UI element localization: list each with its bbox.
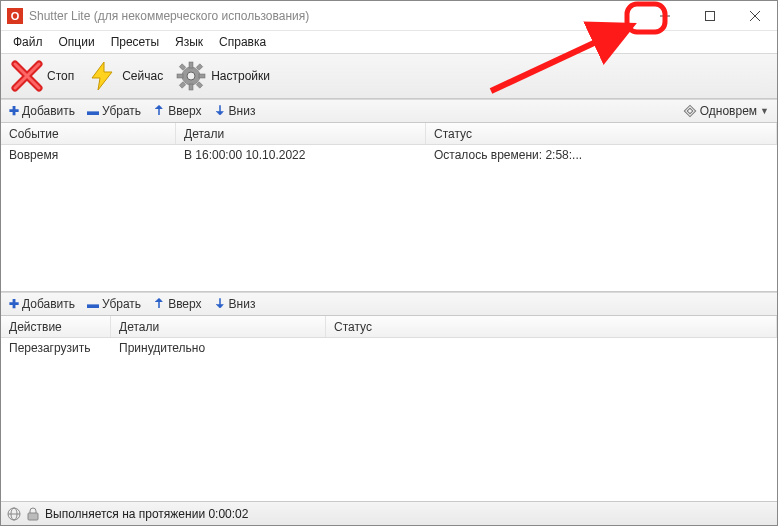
svg-rect-20 — [687, 108, 693, 114]
minimize-button[interactable] — [642, 1, 687, 30]
events-panel: Событие Детали Статус Вовремя В 16:00:00… — [1, 123, 777, 291]
actions-down-label: Вниз — [229, 297, 256, 311]
events-subbar: ✚Добавить ▬Убрать 🠅Вверх 🠇Вниз Одноврем … — [1, 99, 777, 123]
settings-label: Настройки — [211, 69, 270, 83]
events-cell-status: Осталось времени: 2:58:... — [426, 148, 777, 162]
actions-row[interactable]: Перезагрузить Принудительно — [1, 338, 777, 358]
actions-subbar: ✚Добавить ▬Убрать 🠅Вверх 🠇Вниз — [1, 292, 777, 316]
svg-rect-19 — [684, 105, 695, 116]
svg-rect-24 — [28, 513, 38, 520]
diamond-icon — [683, 104, 697, 118]
menu-language[interactable]: Язык — [167, 33, 211, 51]
status-text: Выполняется на протяжении 0:00:02 — [45, 507, 248, 521]
arrow-down-icon: 🠇 — [214, 297, 226, 311]
minus-icon: ▬ — [87, 104, 99, 118]
actions-headers: Действие Детали Статус — [1, 316, 777, 338]
plus-icon: ✚ — [9, 297, 19, 311]
chevron-down-icon: ▼ — [760, 106, 769, 116]
actions-header-details[interactable]: Детали — [111, 316, 326, 337]
menu-options[interactable]: Опции — [51, 33, 103, 51]
events-headers: Событие Детали Статус — [1, 123, 777, 145]
close-icon — [750, 11, 760, 21]
events-up-label: Вверх — [168, 104, 201, 118]
svg-marker-8 — [92, 62, 112, 90]
menu-bar: Файл Опции Пресеты Язык Справка — [1, 31, 777, 53]
svg-rect-10 — [189, 62, 193, 68]
events-remove-label: Убрать — [102, 104, 141, 118]
menu-file[interactable]: Файл — [5, 33, 51, 51]
plus-icon: ✚ — [9, 104, 19, 118]
window-title: Shutter Lite (для некоммерческого исполь… — [29, 9, 309, 23]
arrow-down-icon: 🠇 — [214, 104, 226, 118]
actions-add-button[interactable]: ✚Добавить — [5, 296, 79, 312]
app-icon: O — [7, 8, 23, 24]
events-header-event[interactable]: Событие — [1, 123, 176, 144]
gear-icon — [175, 60, 207, 92]
svg-point-18 — [187, 72, 195, 80]
stop-icon — [11, 60, 43, 92]
app-icon-glyph: O — [11, 10, 20, 22]
mode-label: Одноврем — [700, 104, 757, 118]
window-controls — [642, 1, 777, 30]
minus-icon: ▬ — [87, 297, 99, 311]
arrow-up-icon: 🠅 — [153, 104, 165, 118]
actions-header-action[interactable]: Действие — [1, 316, 111, 337]
mode-dropdown[interactable]: Одноврем ▼ — [679, 103, 773, 119]
globe-icon — [7, 507, 21, 521]
maximize-icon — [705, 11, 715, 21]
events-header-details[interactable]: Детали — [176, 123, 426, 144]
lightning-icon — [86, 60, 118, 92]
stop-button[interactable]: Стоп — [5, 56, 80, 96]
svg-rect-1 — [705, 11, 714, 20]
events-add-button[interactable]: ✚Добавить — [5, 103, 79, 119]
actions-up-label: Вверх — [168, 297, 201, 311]
actions-remove-label: Убрать — [102, 297, 141, 311]
actions-header-status[interactable]: Статус — [326, 316, 777, 337]
actions-panel: Действие Детали Статус Перезагрузить При… — [1, 316, 777, 476]
actions-up-button[interactable]: 🠅Вверх — [149, 296, 205, 312]
maximize-button[interactable] — [687, 1, 732, 30]
actions-add-label: Добавить — [22, 297, 75, 311]
actions-remove-button[interactable]: ▬Убрать — [83, 296, 145, 312]
events-header-status[interactable]: Статус — [426, 123, 777, 144]
events-down-button[interactable]: 🠇Вниз — [210, 103, 260, 119]
events-row[interactable]: Вовремя В 16:00:00 10.10.2022 Осталось в… — [1, 145, 777, 165]
events-remove-button[interactable]: ▬Убрать — [83, 103, 145, 119]
events-up-button[interactable]: 🠅Вверх — [149, 103, 205, 119]
status-bar: Выполняется на протяжении 0:00:02 — [1, 501, 777, 525]
actions-cell-details: Принудительно — [111, 341, 326, 355]
now-label: Сейчас — [122, 69, 163, 83]
close-button[interactable] — [732, 1, 777, 30]
events-cell-details: В 16:00:00 10.10.2022 — [176, 148, 426, 162]
minimize-icon — [660, 11, 670, 21]
menu-help[interactable]: Справка — [211, 33, 274, 51]
arrow-up-icon: 🠅 — [153, 297, 165, 311]
svg-rect-12 — [177, 74, 183, 78]
stop-label: Стоп — [47, 69, 74, 83]
svg-rect-13 — [199, 74, 205, 78]
events-add-label: Добавить — [22, 104, 75, 118]
svg-rect-11 — [189, 84, 193, 90]
lock-icon — [27, 507, 39, 521]
menu-presets[interactable]: Пресеты — [103, 33, 167, 51]
events-down-label: Вниз — [229, 104, 256, 118]
title-bar: O Shutter Lite (для некоммерческого испо… — [1, 1, 777, 31]
actions-cell-action: Перезагрузить — [1, 341, 111, 355]
actions-down-button[interactable]: 🠇Вниз — [210, 296, 260, 312]
main-toolbar: Стоп Сейчас Настройки — [1, 53, 777, 99]
events-cell-event: Вовремя — [1, 148, 176, 162]
settings-button[interactable]: Настройки — [169, 56, 276, 96]
now-button[interactable]: Сейчас — [80, 56, 169, 96]
